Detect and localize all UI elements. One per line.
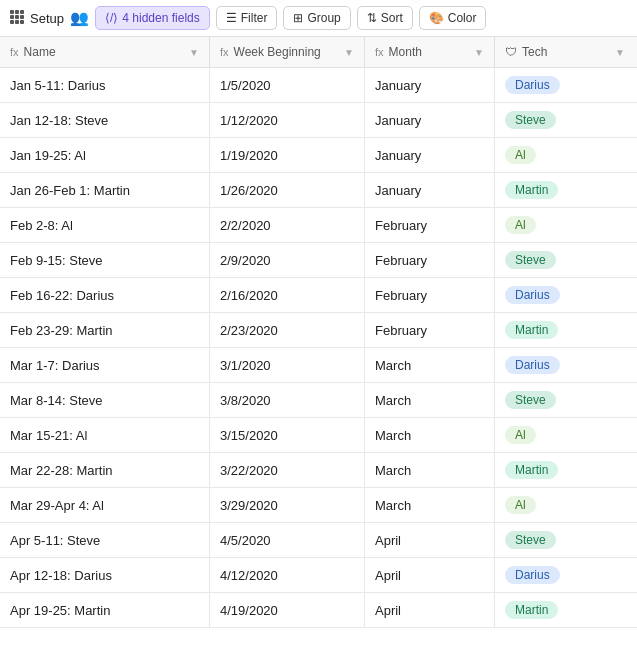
cell-name: Apr 5-11: Steve bbox=[0, 523, 210, 557]
cell-week: 1/12/2020 bbox=[210, 103, 365, 137]
grid-icon bbox=[10, 10, 24, 27]
cell-name: Mar 8-14: Steve bbox=[0, 383, 210, 417]
cell-week: 2/23/2020 bbox=[210, 313, 365, 347]
cell-tech: Martin bbox=[495, 313, 635, 347]
cell-name: Apr 12-18: Darius bbox=[0, 558, 210, 592]
table-row[interactable]: Apr 5-11: Steve 4/5/2020 April Steve bbox=[0, 523, 637, 558]
cell-month: March bbox=[365, 383, 495, 417]
table-row[interactable]: Mar 22-28: Martin 3/22/2020 March Martin bbox=[0, 453, 637, 488]
people-icon: 👥 bbox=[70, 9, 89, 27]
svg-rect-2 bbox=[20, 10, 24, 14]
table-row[interactable]: Apr 12-18: Darius 4/12/2020 April Darius bbox=[0, 558, 637, 593]
cell-week: 3/1/2020 bbox=[210, 348, 365, 382]
cell-name: Feb 23-29: Martin bbox=[0, 313, 210, 347]
color-button[interactable]: 🎨 Color bbox=[419, 6, 487, 30]
table-row[interactable]: Feb 16-22: Darius 2/16/2020 February Dar… bbox=[0, 278, 637, 313]
cell-month: January bbox=[365, 173, 495, 207]
sort-chevron-name: ▼ bbox=[189, 47, 199, 58]
cell-name: Jan 19-25: Al bbox=[0, 138, 210, 172]
tech-badge: Al bbox=[505, 496, 536, 514]
cell-name: Jan 12-18: Steve bbox=[0, 103, 210, 137]
cell-name: Feb 16-22: Darius bbox=[0, 278, 210, 312]
col-header-name[interactable]: fx Name ▼ bbox=[0, 37, 210, 67]
svg-rect-4 bbox=[15, 15, 19, 19]
table-row[interactable]: Jan 19-25: Al 1/19/2020 January Al bbox=[0, 138, 637, 173]
cell-week: 4/12/2020 bbox=[210, 558, 365, 592]
cell-tech: Steve bbox=[495, 523, 635, 557]
cell-tech: Martin bbox=[495, 593, 635, 627]
table-row[interactable]: Feb 23-29: Martin 2/23/2020 February Mar… bbox=[0, 313, 637, 348]
cell-tech: Darius bbox=[495, 278, 635, 312]
table-row[interactable]: Apr 19-25: Martin 4/19/2020 April Martin bbox=[0, 593, 637, 628]
cell-month: January bbox=[365, 103, 495, 137]
cell-month: February bbox=[365, 278, 495, 312]
svg-rect-5 bbox=[20, 15, 24, 19]
shield-icon: 🛡 bbox=[505, 45, 517, 59]
cell-name: Mar 15-21: Al bbox=[0, 418, 210, 452]
cell-week: 1/26/2020 bbox=[210, 173, 365, 207]
table-row[interactable]: Jan 5-11: Darius 1/5/2020 January Darius bbox=[0, 68, 637, 103]
svg-rect-7 bbox=[15, 20, 19, 24]
tech-badge: Martin bbox=[505, 181, 558, 199]
cell-week: 2/9/2020 bbox=[210, 243, 365, 277]
cell-month: April bbox=[365, 523, 495, 557]
cell-month: January bbox=[365, 138, 495, 172]
cell-week: 3/22/2020 bbox=[210, 453, 365, 487]
svg-rect-6 bbox=[10, 20, 14, 24]
cell-month: March bbox=[365, 348, 495, 382]
sort-icon: ⇅ bbox=[367, 11, 377, 25]
table-row[interactable]: Jan 26-Feb 1: Martin 1/26/2020 January M… bbox=[0, 173, 637, 208]
group-button[interactable]: ⊞ Group bbox=[283, 6, 350, 30]
fx-icon-month: fx bbox=[375, 46, 384, 58]
cell-name: Jan 5-11: Darius bbox=[0, 68, 210, 102]
tech-badge: Steve bbox=[505, 391, 556, 409]
cell-month: April bbox=[365, 558, 495, 592]
sort-chevron-tech: ▼ bbox=[615, 47, 625, 58]
tech-badge: Steve bbox=[505, 531, 556, 549]
table-body: Jan 5-11: Darius 1/5/2020 January Darius… bbox=[0, 68, 637, 628]
cell-name: Feb 9-15: Steve bbox=[0, 243, 210, 277]
tech-badge: Martin bbox=[505, 321, 558, 339]
cell-tech: Darius bbox=[495, 348, 635, 382]
sort-button[interactable]: ⇅ Sort bbox=[357, 6, 413, 30]
table-row[interactable]: Mar 29-Apr 4: Al 3/29/2020 March Al bbox=[0, 488, 637, 523]
tech-badge: Darius bbox=[505, 76, 560, 94]
hidden-fields-icon: ⟨/⟩ bbox=[105, 11, 118, 25]
toolbar: Setup 👥 ⟨/⟩ 4 hidden fields ☰ Filter ⊞ G… bbox=[0, 0, 637, 37]
table-row[interactable]: Feb 2-8: Al 2/2/2020 February Al bbox=[0, 208, 637, 243]
cell-month: March bbox=[365, 488, 495, 522]
cell-week: 3/8/2020 bbox=[210, 383, 365, 417]
cell-month: January bbox=[365, 68, 495, 102]
group-icon: ⊞ bbox=[293, 11, 303, 25]
cell-week: 2/2/2020 bbox=[210, 208, 365, 242]
hidden-fields-button[interactable]: ⟨/⟩ 4 hidden fields bbox=[95, 6, 210, 30]
cell-tech: Darius bbox=[495, 68, 635, 102]
cell-tech: Al bbox=[495, 208, 635, 242]
col-header-week[interactable]: fx Week Beginning ▼ bbox=[210, 37, 365, 67]
cell-tech: Al bbox=[495, 488, 635, 522]
cell-name: Jan 26-Feb 1: Martin bbox=[0, 173, 210, 207]
col-header-month[interactable]: fx Month ▼ bbox=[365, 37, 495, 67]
cell-month: March bbox=[365, 418, 495, 452]
cell-name: Apr 19-25: Martin bbox=[0, 593, 210, 627]
filter-button[interactable]: ☰ Filter bbox=[216, 6, 278, 30]
color-icon: 🎨 bbox=[429, 11, 444, 25]
sort-chevron-week: ▼ bbox=[344, 47, 354, 58]
col-header-tech[interactable]: 🛡 Tech ▼ bbox=[495, 37, 635, 67]
table-row[interactable]: Feb 9-15: Steve 2/9/2020 February Steve bbox=[0, 243, 637, 278]
table-row[interactable]: Mar 15-21: Al 3/15/2020 March Al bbox=[0, 418, 637, 453]
cell-week: 1/19/2020 bbox=[210, 138, 365, 172]
table-row[interactable]: Mar 8-14: Steve 3/8/2020 March Steve bbox=[0, 383, 637, 418]
cell-week: 4/5/2020 bbox=[210, 523, 365, 557]
cell-tech: Steve bbox=[495, 103, 635, 137]
table-row[interactable]: Jan 12-18: Steve 1/12/2020 January Steve bbox=[0, 103, 637, 138]
cell-tech: Steve bbox=[495, 383, 635, 417]
tech-badge: Al bbox=[505, 216, 536, 234]
cell-tech: Darius bbox=[495, 558, 635, 592]
cell-week: 3/29/2020 bbox=[210, 488, 365, 522]
svg-rect-1 bbox=[15, 10, 19, 14]
table-row[interactable]: Mar 1-7: Darius 3/1/2020 March Darius bbox=[0, 348, 637, 383]
tech-badge: Darius bbox=[505, 356, 560, 374]
tech-badge: Darius bbox=[505, 286, 560, 304]
cell-name: Mar 29-Apr 4: Al bbox=[0, 488, 210, 522]
